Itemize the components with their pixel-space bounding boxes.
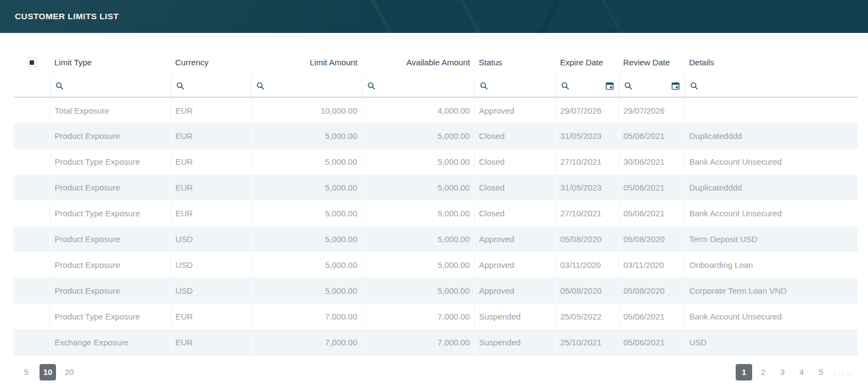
calendar-icon[interactable] <box>605 81 614 91</box>
column-header-available_amount[interactable]: Available Amount <box>362 49 474 75</box>
table-row[interactable]: Product ExposureUSD5,000.005,000.00Appro… <box>14 226 858 252</box>
page-size-10[interactable]: 10 <box>40 364 56 380</box>
table-row[interactable]: Product ExposureUSD5,000.005,000.00Appro… <box>14 278 858 304</box>
page-size-20[interactable]: 20 <box>61 364 77 380</box>
column-header-expire_date[interactable]: Expire Date <box>556 49 619 75</box>
page-4[interactable]: 4 <box>793 364 810 380</box>
table-row[interactable]: Product ExposureEUR5,000.005,000.00Close… <box>14 123 858 149</box>
page-size-selector: 51020 <box>18 364 82 380</box>
table-row[interactable]: Product ExposureEUR5,000.005,000.00Close… <box>14 175 858 200</box>
cell-currency: USD <box>171 226 251 252</box>
table-row[interactable]: Total ExposureEUR10,000.004,000.00Approv… <box>14 97 858 123</box>
cell-available_amount: 4,000.00 <box>362 97 474 123</box>
cell-available_amount: 5,000.00 <box>362 252 474 278</box>
cell-expire_date: 25/10/2021 <box>556 329 619 355</box>
page-navigator: 12345. . . <box>733 364 853 380</box>
filter-cell-review_date[interactable] <box>619 75 685 97</box>
cell-available_amount: 5,000.00 <box>362 123 474 149</box>
cell-review_date: 05/08/2020 <box>619 278 685 304</box>
cell-available_amount: 5,000.00 <box>362 226 474 252</box>
row-select-cell[interactable] <box>14 123 50 149</box>
cell-currency: EUR <box>171 329 251 355</box>
page-1[interactable]: 1 <box>736 364 752 380</box>
table-row[interactable]: Product Type ExposureEUR7,000.007,000.00… <box>14 304 858 329</box>
cell-currency: EUR <box>171 304 251 329</box>
search-icon[interactable] <box>55 81 64 91</box>
row-select-cell[interactable] <box>14 200 50 226</box>
cell-currency: USD <box>171 278 251 304</box>
column-header-details[interactable]: Details <box>685 49 858 75</box>
filter-cell-currency[interactable] <box>171 75 251 97</box>
table-row[interactable]: Product Type ExposureEUR5,000.005,000.00… <box>14 149 858 175</box>
filter-cell-limit_amount[interactable] <box>251 75 362 97</box>
table-row[interactable]: Exchange ExposureEUR7,000.007,000.00Susp… <box>14 329 858 355</box>
row-select-cell[interactable] <box>14 252 50 278</box>
page-header: CUSTOMER LIMITS LIST <box>0 0 868 33</box>
column-header-status[interactable]: Status <box>474 49 556 75</box>
column-header-currency[interactable]: Currency <box>171 49 251 75</box>
cell-limit_amount: 7,000.00 <box>251 329 362 355</box>
cell-currency: EUR <box>171 149 251 175</box>
cell-limit_type: Product Exposure <box>50 226 171 252</box>
filter-cell-expire_date[interactable] <box>556 75 619 97</box>
cell-details: Corporate Term Loan VND <box>685 278 858 304</box>
column-header-review_date[interactable]: Review Date <box>619 49 685 75</box>
row-select-cell[interactable] <box>14 97 50 123</box>
cell-available_amount: 5,000.00 <box>362 278 474 304</box>
page-size-5[interactable]: 5 <box>18 364 35 380</box>
checkbox-indeterminate-mark <box>30 60 34 65</box>
filter-cell-available_amount[interactable] <box>362 75 474 97</box>
cell-limit_type: Product Type Exposure <box>50 149 171 175</box>
cell-limit_type: Product Exposure <box>50 123 171 149</box>
row-select-cell[interactable] <box>14 175 50 200</box>
search-icon[interactable] <box>624 81 633 91</box>
cell-limit_amount: 5,000.00 <box>251 226 362 252</box>
cell-review_date: 05/08/2020 <box>619 226 685 252</box>
cell-currency: EUR <box>171 200 251 226</box>
search-icon[interactable] <box>561 81 570 91</box>
filter-cell-status[interactable] <box>474 75 556 97</box>
cell-review_date: 05/06/2021 <box>619 304 685 329</box>
row-select-cell[interactable] <box>14 278 50 304</box>
cell-details: Term Deposit USD <box>685 226 858 252</box>
page-2[interactable]: 2 <box>755 364 771 380</box>
select-all-checkbox[interactable] <box>27 58 37 67</box>
cell-available_amount: 5,000.00 <box>362 200 474 226</box>
table-row[interactable]: Product ExposureUSD5,000.005,000.00Appro… <box>14 252 858 278</box>
page-5[interactable]: 5 <box>813 364 829 380</box>
calendar-icon[interactable] <box>671 81 680 91</box>
cell-limit_type: Product Type Exposure <box>50 304 171 329</box>
search-icon[interactable] <box>367 81 376 91</box>
row-select-cell[interactable] <box>14 226 50 252</box>
filter-cell-limit_type[interactable] <box>50 75 171 97</box>
column-header-limit_amount[interactable]: Limit Amount <box>251 49 362 75</box>
search-icon[interactable] <box>176 81 185 91</box>
cell-status: Approved <box>474 97 556 123</box>
cell-details: Onboarding Loan <box>685 252 858 278</box>
cell-limit_type: Product Exposure <box>50 252 171 278</box>
cell-limit_amount: 5,000.00 <box>251 278 362 304</box>
pager-ellipsis[interactable]: . . . <box>833 367 853 377</box>
cell-limit_amount: 7,000.00 <box>251 304 362 329</box>
cell-expire_date: 27/10/2021 <box>556 149 619 175</box>
cell-status: Approved <box>474 252 556 278</box>
search-icon[interactable] <box>479 81 489 91</box>
cell-details: USD <box>685 329 858 355</box>
row-select-cell[interactable] <box>14 149 50 175</box>
cell-limit_type: Total Exposure <box>50 97 171 123</box>
filter-cell-details[interactable] <box>685 75 858 97</box>
table-row[interactable]: Product Type ExposureEUR5,000.005,000.00… <box>14 200 858 226</box>
search-icon[interactable] <box>256 81 265 91</box>
column-header-limit_type[interactable]: Limit Type <box>50 49 171 75</box>
filter-cell-empty <box>14 75 50 97</box>
cell-details: Duplicatedddd <box>685 175 858 200</box>
search-icon[interactable] <box>690 81 699 91</box>
row-select-cell[interactable] <box>14 304 50 329</box>
cell-limit_amount: 5,000.00 <box>251 123 362 149</box>
cell-available_amount: 5,000.00 <box>362 175 474 200</box>
cell-limit_type: Product Exposure <box>50 278 171 304</box>
cell-status: Closed <box>474 175 556 200</box>
cell-review_date: 05/06/2021 <box>619 175 685 200</box>
page-3[interactable]: 3 <box>774 364 791 380</box>
row-select-cell[interactable] <box>14 329 50 355</box>
